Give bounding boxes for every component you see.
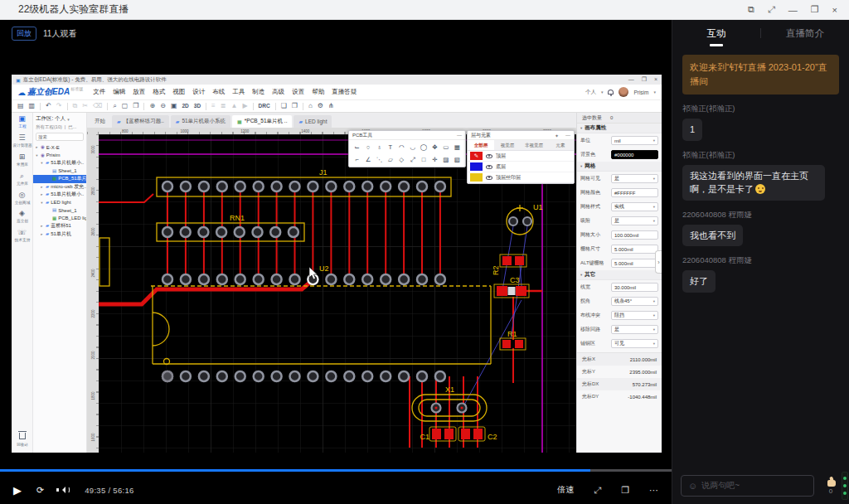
save-icon[interactable]: ▤ — [17, 103, 24, 109]
expand-icon[interactable]: ⤢ — [768, 4, 775, 15]
all-projects-filter[interactable]: 所有工程(10) — [36, 124, 62, 130]
emoji-icon[interactable]: ☺ — [688, 481, 697, 491]
zoom-in-icon[interactable]: ⊕ — [149, 103, 155, 109]
chat-message-list[interactable]: 欢迎来到“钉钉直播 2023-01-20”直播间 祁瀚正(祁瀚正) 1 祁瀚正(… — [672, 46, 849, 468]
tab-interaction[interactable]: 互动 — [672, 27, 760, 40]
layer-tab[interactable]: 全部层 — [468, 140, 494, 150]
tab-lanqiao[interactable]: ▰ 【蓝桥杯练习题.. — [112, 115, 169, 128]
collapse-icon[interactable]: ▾ — [580, 164, 582, 168]
ellipse-tool[interactable]: ◯ — [418, 142, 429, 153]
mirror-icon[interactable]: ▶ — [242, 103, 247, 109]
section-title[interactable]: 画布属性 — [585, 124, 606, 132]
restore-icon[interactable]: ❐ — [811, 4, 819, 15]
tree-item[interactable]: ▾ ▰ 51单片机最小.. — [33, 159, 86, 167]
eda-restore-icon[interactable]: ❐ — [642, 76, 647, 83]
tree-item[interactable]: ▦ PCB_51单片.. — [33, 175, 86, 183]
eda-minimize-icon[interactable]: — — [628, 76, 634, 83]
close-icon[interactable]: × — [832, 5, 837, 15]
property-control[interactable]: #000000 — [611, 150, 658, 159]
tree-item[interactable]: ▾ ◉ Prisim — [33, 152, 86, 160]
tree-item[interactable]: ▦ PCB_LED lig.. — [33, 215, 86, 223]
arc-tool[interactable]: ◠ — [396, 142, 407, 153]
open-icon[interactable]: ▥ — [29, 103, 36, 109]
layer-color-swatch[interactable]: ✎ — [470, 152, 483, 160]
copper-tool[interactable]: ▨ — [440, 154, 451, 165]
view-3d-button[interactable]: 3D — [194, 104, 201, 109]
distribute-icon[interactable]: ≣ — [221, 103, 226, 109]
minimize-panel-icon[interactable]: — — [457, 133, 462, 138]
username[interactable]: Prisim — [633, 90, 648, 95]
menu-item[interactable]: 文件 — [93, 88, 105, 96]
chat-input[interactable]: ☺ 说两句吧~ — [681, 475, 814, 497]
workspace-label[interactable]: 工作区: 个人 — [36, 115, 65, 123]
tab-led-light[interactable]: ▰ LED light — [294, 115, 332, 128]
corner-tool[interactable]: ⌐ — [352, 154, 362, 165]
dock-design-manager[interactable]: ☰ 设计管理器 — [12, 134, 32, 148]
layer-row[interactable]: ✎ 顶层 — [468, 151, 574, 162]
share-icon[interactable]: ⋔ — [328, 103, 334, 109]
cut-icon[interactable]: ✂ — [82, 103, 88, 109]
property-control[interactable]: 5.000mil — [611, 245, 658, 254]
tree-item[interactable]: ▸ ▰ micro-usb 发光.. — [33, 183, 86, 191]
search-icon[interactable]: ⌕ — [113, 103, 116, 109]
eda-close-icon[interactable]: × — [654, 76, 657, 83]
eye-icon[interactable] — [486, 176, 492, 180]
volume-icon[interactable] — [59, 487, 70, 493]
section-title[interactable]: 其它 — [585, 271, 595, 279]
delete-icon[interactable]: ⌫ — [93, 103, 102, 109]
dock-recycle-bin[interactable]: 回收站 — [15, 433, 30, 448]
redo-icon[interactable]: ↷ — [56, 103, 62, 109]
dock-common-lib[interactable]: ⊞ 常用库 — [12, 153, 32, 167]
tab-pcb-51[interactable]: ▦ *PCB_51单片机 .. — [232, 115, 292, 128]
circle-tool[interactable]: ○ — [362, 142, 373, 153]
zoom-fit-icon[interactable]: ▣ — [171, 103, 177, 109]
fullscreen-icon[interactable]: ⤢ — [594, 485, 601, 496]
collapse-icon[interactable]: ▾ — [580, 273, 582, 277]
menu-item[interactable]: 设计 — [192, 88, 205, 96]
property-control[interactable]: 是 ▾ — [611, 216, 658, 225]
property-control[interactable]: 线条45° ▾ — [611, 297, 658, 306]
menu-item[interactable]: 视图 — [172, 88, 185, 96]
project-search-input[interactable] — [36, 133, 84, 141]
layer-view-icon[interactable]: ❐ — [133, 103, 138, 109]
property-control[interactable]: 30.000mil — [611, 283, 658, 292]
menu-item[interactable]: 格式 — [153, 88, 165, 96]
menu-item[interactable]: 设置 — [292, 88, 304, 96]
canvas-tool[interactable]: ▧ — [452, 154, 463, 165]
outline-tool[interactable]: □ — [418, 154, 429, 165]
dimension-tool[interactable]: ⤢ — [407, 154, 418, 165]
layer-tab[interactable]: 视觉层 — [494, 140, 521, 150]
minimize-panel-icon[interactable]: — — [565, 133, 570, 138]
tree-item[interactable]: ▸ ◉ E-X-E — [33, 143, 86, 152]
frame-select-icon[interactable]: ▢ — [122, 103, 129, 109]
property-control[interactable]: 是 ▾ — [611, 325, 658, 334]
tree-item[interactable]: ▸ ▰ 51单片机最小.. — [33, 191, 86, 199]
align-icon[interactable]: ≡ — [211, 103, 216, 109]
property-control[interactable]: 阻挡 ▾ — [611, 311, 658, 320]
section-title[interactable]: 网格 — [585, 162, 595, 170]
image-tool[interactable]: ▦ — [452, 142, 463, 153]
opened-filter[interactable]: 已... — [68, 124, 76, 130]
menu-item[interactable]: 布线 — [212, 88, 225, 96]
tree-item[interactable]: ▾ ▰ LED light — [33, 199, 86, 207]
text-tool[interactable]: T — [385, 142, 395, 153]
workspace-selector[interactable]: 个人 — [585, 89, 596, 96]
track-tool[interactable]: ⌙ — [352, 142, 362, 153]
pin-icon[interactable]: ✦ — [555, 133, 559, 138]
property-control[interactable]: 100.000mil — [611, 230, 658, 240]
dock-project[interactable]: ▣ 工程 — [12, 115, 32, 129]
rotate-icon[interactable]: ▲ — [230, 103, 237, 109]
arc3-tool[interactable]: ◡ — [407, 142, 418, 153]
tree-item[interactable]: ▤ Sheet_1 — [33, 206, 86, 215]
layer-tab[interactable]: 非视觉层 — [521, 140, 547, 150]
rect-tool[interactable]: ▭ — [440, 142, 451, 153]
bell-icon[interactable] — [608, 90, 614, 94]
tab-live-intro[interactable]: 直播简介 — [761, 27, 849, 40]
dock-component-lib[interactable]: ⌕ 元件库 — [12, 172, 32, 187]
property-control[interactable]: 实线 ▾ — [611, 202, 658, 211]
settings-icon[interactable]: ⚙ — [318, 103, 323, 109]
menu-item[interactable]: 帮助 — [312, 88, 324, 96]
eye-icon[interactable] — [486, 154, 492, 158]
dock-lcsc-mall[interactable]: ◎ 立创商城 — [12, 191, 32, 206]
cutout-tool[interactable]: ◇ — [396, 154, 407, 165]
